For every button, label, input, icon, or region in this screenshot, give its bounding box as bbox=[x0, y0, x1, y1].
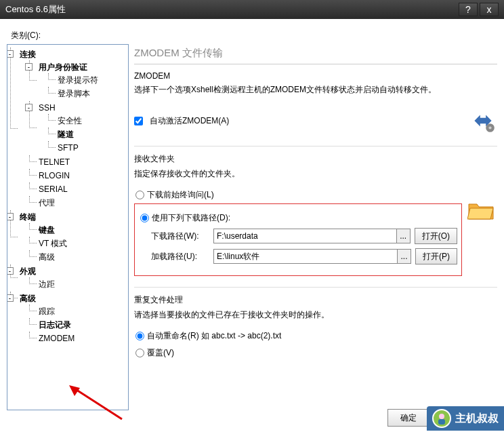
radio-use-path[interactable] bbox=[140, 214, 149, 222]
settings-panel: ZMODEM 文件传输 ZMODEM 选择下一个选项Xshell检测远程主机的Z… bbox=[134, 44, 497, 410]
open-upload-button[interactable]: 打开(P) bbox=[415, 248, 457, 264]
dialog-buttons: 确定 bbox=[387, 409, 429, 427]
tree-loginscript[interactable]: 登录脚本 bbox=[58, 89, 90, 98]
titlebar: Centos 6.6属性 ? x bbox=[0, 0, 504, 19]
path-highlight-box: 使用下列下载路径(D): 下载路径(W): ... 打开(O) 加载路径(U): bbox=[134, 203, 462, 276]
radio-use-path-label: 使用下列下载路径(D): bbox=[152, 212, 230, 224]
svg-point-5 bbox=[439, 414, 444, 419]
transfer-icon bbox=[469, 106, 497, 135]
watermark-brand: 主机叔叔 bbox=[427, 406, 504, 431]
zmodem-desc: 选择下一个选项Xshell检测远程主机的ZMODEM文件转移状态并启动自动转移文… bbox=[134, 83, 497, 96]
upload-path-input[interactable] bbox=[214, 250, 397, 263]
tree-vtmode[interactable]: VT 模式 bbox=[39, 239, 67, 248]
tree-sftp[interactable]: SFTP bbox=[58, 143, 79, 153]
tree-ssh[interactable]: SSH bbox=[39, 103, 56, 113]
expand-icon[interactable]: - bbox=[25, 104, 33, 111]
tree-security[interactable]: 安全性 bbox=[58, 116, 82, 125]
tree-appearance[interactable]: 外观 bbox=[20, 267, 36, 276]
recv-title: 接收文件夹 bbox=[134, 153, 497, 165]
expand-icon[interactable]: - bbox=[7, 294, 14, 302]
dialog-body: 类别(C): -连接 -用户身份验证 登录提示符 登录脚本 -SSH bbox=[0, 19, 504, 432]
tree-proxy[interactable]: 代理 bbox=[39, 198, 55, 208]
radio-ask[interactable] bbox=[135, 191, 144, 199]
tree-connect[interactable]: 连接 bbox=[20, 50, 36, 59]
auto-activate-checkbox[interactable] bbox=[134, 117, 143, 125]
download-path-label: 下载路径(W): bbox=[139, 231, 213, 242]
brand-text: 主机叔叔 bbox=[455, 412, 499, 426]
radio-auto-rename[interactable] bbox=[135, 332, 144, 340]
radio-ask-label: 下载前始终询问(L) bbox=[147, 189, 214, 201]
expand-icon[interactable]: - bbox=[25, 63, 33, 71]
close-button[interactable]: x bbox=[480, 3, 499, 16]
dup-desc: 请选择当要接收的文件已存在于接收文件夹时的操作。 bbox=[134, 309, 497, 321]
tree-tunnel[interactable]: 隧道 bbox=[58, 130, 74, 139]
folder-icon bbox=[467, 200, 495, 224]
window-title: Centos 6.6属性 bbox=[5, 3, 457, 16]
radio-auto-rename-label: 自动重命名(R) 如 abc.txt -> abc(2).txt bbox=[147, 330, 281, 342]
tree-serial[interactable]: SERIAL bbox=[39, 184, 68, 194]
radio-overwrite[interactable] bbox=[135, 349, 144, 357]
browse-download-button[interactable]: ... bbox=[396, 229, 410, 243]
tree-log[interactable]: 日志记录 bbox=[39, 320, 71, 330]
expand-icon[interactable]: - bbox=[7, 213, 14, 220]
tree-userauth[interactable]: 用户身份验证 bbox=[39, 62, 87, 72]
download-path-input[interactable] bbox=[214, 229, 396, 243]
help-button[interactable]: ? bbox=[459, 3, 478, 16]
zmodem-title: ZMODEM bbox=[134, 71, 497, 81]
tree-telnet[interactable]: TELNET bbox=[39, 157, 70, 167]
tree-zmodem[interactable]: ZMODEM bbox=[39, 334, 75, 343]
tree-margin[interactable]: 边距 bbox=[39, 279, 55, 289]
panel-header: ZMODEM 文件传输 bbox=[134, 44, 497, 64]
brand-avatar-icon bbox=[432, 409, 451, 428]
expand-icon[interactable]: - bbox=[7, 50, 14, 58]
svg-point-2 bbox=[488, 126, 491, 129]
browse-upload-button[interactable]: ... bbox=[397, 250, 411, 263]
recv-desc: 指定保存接收文件的文件夹。 bbox=[134, 168, 497, 180]
tree-rlogin[interactable]: RLOGIN bbox=[39, 171, 70, 180]
tree-advanced[interactable]: 高级 bbox=[20, 294, 36, 303]
category-tree[interactable]: -连接 -用户身份验证 登录提示符 登录脚本 -SSH 安全性 隧道 bbox=[7, 44, 129, 410]
svg-rect-6 bbox=[438, 419, 445, 425]
ok-button[interactable]: 确定 bbox=[387, 409, 429, 427]
auto-activate-label: 自动激活ZMODEM(A) bbox=[150, 115, 229, 127]
expand-icon[interactable]: - bbox=[7, 267, 14, 275]
tree-trace[interactable]: 跟踪 bbox=[39, 307, 55, 316]
open-download-button[interactable]: 打开(O) bbox=[415, 228, 457, 244]
tree-loginprompt[interactable]: 登录提示符 bbox=[58, 75, 98, 85]
dup-title: 重复文件处理 bbox=[134, 294, 497, 306]
radio-overwrite-label: 覆盖(V) bbox=[147, 347, 174, 359]
category-label: 类别(C): bbox=[11, 30, 497, 41]
tree-keyboard[interactable]: 键盘 bbox=[39, 225, 55, 235]
tree-advanced-t[interactable]: 高级 bbox=[39, 252, 55, 262]
upload-path-label: 加载路径(U): bbox=[139, 251, 213, 262]
tree-terminal[interactable]: 终端 bbox=[20, 212, 36, 222]
